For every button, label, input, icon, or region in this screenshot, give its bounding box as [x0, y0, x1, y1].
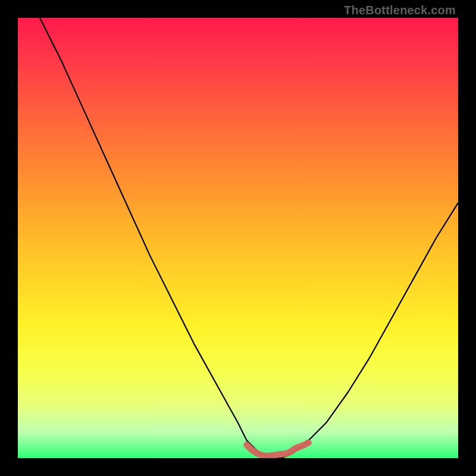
- watermark-text: TheBottleneck.com: [344, 4, 456, 17]
- optimal-band: [247, 443, 309, 456]
- plot-area: [18, 18, 458, 458]
- chart-frame: TheBottleneck.com: [0, 0, 476, 476]
- bottleneck-curve: [40, 18, 458, 458]
- chart-svg: [18, 18, 458, 458]
